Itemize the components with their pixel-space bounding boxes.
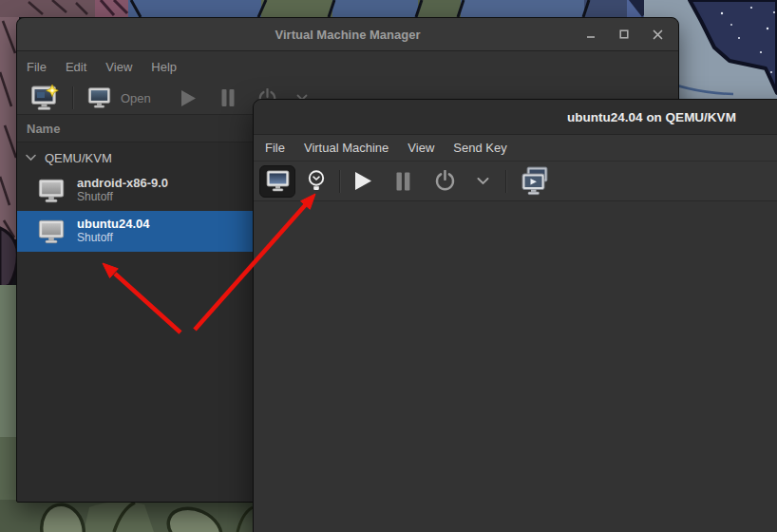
lightbulb-details-icon	[306, 169, 327, 193]
monitor-icon	[86, 86, 112, 109]
maximize-button[interactable]	[617, 28, 631, 41]
column-header-name-label: Name	[27, 122, 60, 136]
console-view-button[interactable]	[259, 165, 295, 198]
vm-window-menubar: File Virtual Machine View Send Key	[254, 135, 777, 162]
chevron-down-icon	[477, 177, 489, 185]
manager-menubar: File Edit View Help	[17, 51, 678, 82]
shutdown-button[interactable]	[434, 170, 456, 192]
menu-item-view[interactable]: View	[105, 60, 132, 74]
console-monitor-icon	[265, 169, 291, 193]
menu-item-view[interactable]: View	[407, 141, 434, 155]
toolbar-separator	[505, 170, 507, 193]
pause-button[interactable]	[396, 172, 410, 191]
run-button[interactable]	[354, 171, 372, 191]
vm-window-toolbar	[254, 162, 777, 201]
fullscreen-displays-button[interactable]	[521, 166, 548, 196]
power-icon	[434, 170, 456, 192]
new-vm-button[interactable]	[28, 84, 61, 112]
expander-chevron-icon	[26, 154, 36, 162]
shutdown-menu-button[interactable]	[477, 177, 489, 185]
vm-status: Shutoff	[77, 191, 168, 204]
vm-name: android-x86-9.0	[77, 177, 168, 191]
menu-item-help[interactable]: Help	[151, 60, 177, 74]
hardware-details-button[interactable]	[306, 169, 327, 193]
toolbar-separator	[72, 86, 74, 109]
menu-item-file[interactable]: File	[265, 141, 285, 155]
wallpaper-leaves	[0, 500, 275, 532]
close-button[interactable]	[651, 28, 665, 42]
menu-item-virtual-machine[interactable]: Virtual Machine	[304, 141, 388, 155]
monitor-icon	[37, 218, 66, 245]
pause-icon	[396, 172, 410, 191]
maximize-icon	[619, 29, 629, 39]
manager-window-title: Virtual Machine Manager	[275, 28, 421, 42]
menu-item-send-key[interactable]: Send Key	[453, 141, 506, 155]
manager-titlebar[interactable]: Virtual Machine Manager	[17, 18, 678, 51]
open-button[interactable]: Open	[86, 86, 151, 109]
menu-item-edit[interactable]: Edit	[66, 60, 86, 74]
run-vm-button[interactable]	[180, 89, 197, 107]
vm-text: android-x86-9.0 Shutoff	[77, 177, 168, 204]
toolbar-separator	[339, 170, 341, 193]
vm-window-title: ubuntu24.04 on QEMU/KVM	[567, 110, 736, 124]
displays-icon	[521, 166, 548, 196]
monitor-icon	[37, 178, 66, 204]
vm-name: ubuntu24.04	[77, 218, 150, 232]
menu-item-file[interactable]: File	[27, 60, 47, 74]
pause-vm-button[interactable]	[221, 89, 235, 106]
vm-status: Shutoff	[77, 232, 150, 245]
play-icon	[354, 171, 372, 191]
vm-window-titlebar[interactable]: ubuntu24.04 on QEMU/KVM	[254, 100, 777, 135]
manager-window-controls	[584, 18, 665, 50]
vm-console-window: ubuntu24.04 on QEMU/KVM File Virtual Mac…	[253, 99, 777, 532]
new-vm-icon	[29, 85, 60, 112]
play-icon	[180, 89, 197, 107]
vm-text: ubuntu24.04 Shutoff	[77, 218, 150, 245]
pause-icon	[221, 89, 235, 106]
open-button-label: Open	[121, 91, 151, 105]
minimize-icon	[586, 29, 596, 39]
wallpaper-top-strip	[81, 0, 684, 19]
close-icon	[653, 29, 663, 40]
minimize-button[interactable]	[584, 28, 597, 41]
vm-console-content: Guest is not running.	[254, 201, 777, 532]
tree-group-label: QEMU/KVM	[45, 151, 112, 165]
